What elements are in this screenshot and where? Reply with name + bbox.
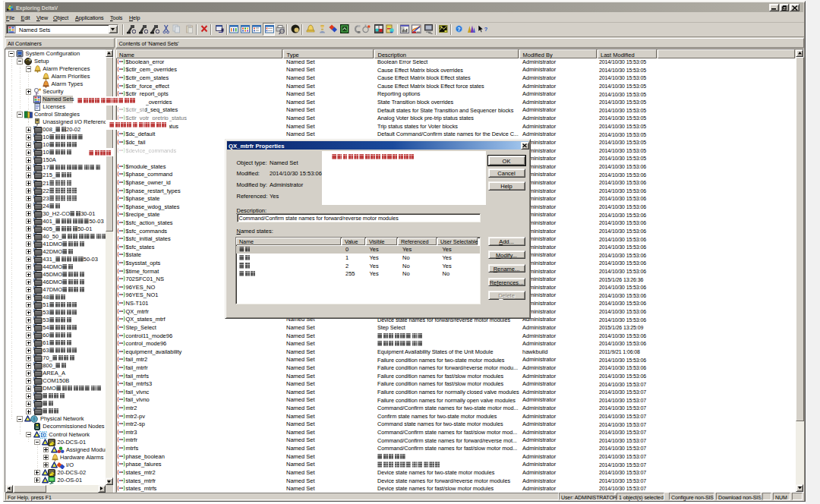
svg-text:?: ? — [484, 25, 488, 32]
svg-text:?: ? — [457, 26, 460, 31]
